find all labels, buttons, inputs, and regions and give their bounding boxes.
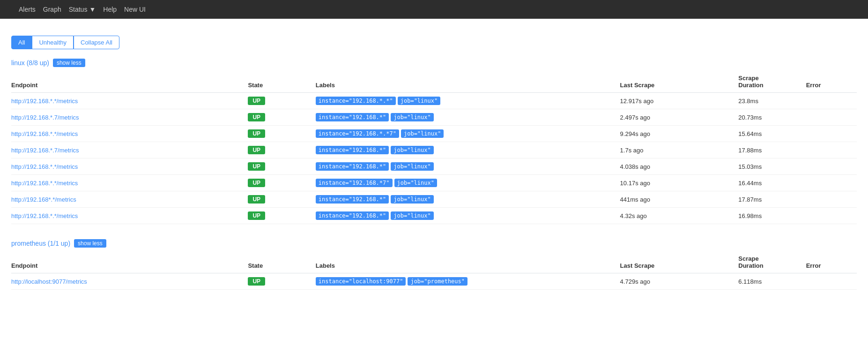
labels-cell: instance="192.168.*"job="linux" [316, 158, 620, 175]
state-cell: UP [248, 109, 315, 126]
navbar: Alerts Graph Status ▼ Help New UI [0, 0, 868, 19]
labels-container: instance="192.168.*.*"job="linux" [316, 97, 616, 105]
table-row: http://localhost:9077/metricsUPinstance=… [11, 273, 857, 290]
th-state-prometheus: State [248, 251, 315, 273]
th-last_scrape-prometheus: Last Scrape [620, 251, 739, 273]
nav-status[interactable]: Status ▼ [69, 6, 96, 13]
endpoint-link[interactable]: http://192.168.*.*/metrics [11, 180, 78, 187]
show-less-button-linux[interactable]: show less [53, 59, 85, 67]
state-cell: UP [248, 273, 315, 290]
nav-newui[interactable]: New UI [124, 6, 146, 13]
th-scrape_duration-prometheus: Scrape Duration [738, 251, 806, 273]
error-cell [806, 208, 857, 224]
state-badge: UP [248, 146, 265, 154]
th-last_scrape-linux: Last Scrape [620, 71, 739, 93]
endpoint-link[interactable]: http://192.168.*.*/metrics [11, 212, 78, 219]
group-title-linux: linux (8/8 up) [11, 59, 49, 67]
endpoint-link[interactable]: http://localhost:9077/metrics [11, 278, 87, 285]
last-scrape-cell: 4.038s ago [620, 158, 739, 175]
label-badge: job="linux" [401, 129, 444, 138]
endpoint-link[interactable]: http://192.168.*.7/metrics [11, 114, 79, 121]
state-badge: UP [248, 129, 265, 138]
state-cell: UP [248, 126, 315, 142]
state-cell: UP [248, 158, 315, 175]
endpoint-link[interactable]: http://192.168.*.*/metrics [11, 130, 78, 137]
table-row: http://192.168.*.7/metricsUPinstance="19… [11, 109, 857, 126]
scrape-duration-cell: 15.64ms [738, 126, 806, 142]
th-state-linux: State [248, 71, 315, 93]
table-row: http://192.168.*.*/metricsUPinstance="19… [11, 93, 857, 109]
labels-container: instance="localhost:9077"job="prometheus… [316, 277, 616, 286]
labels-container: instance="192.168.*"job="linux" [316, 195, 616, 204]
labels-cell: instance="192.168.*"job="linux" [316, 208, 620, 224]
state-cell: UP [248, 208, 315, 224]
last-scrape-cell: 4.729s ago [620, 273, 739, 290]
table-row: http://192.168.*.*/metricsUPinstance="19… [11, 158, 857, 175]
scrape-duration-cell: 16.44ms [738, 175, 806, 191]
labels-cell: instance="192.168.*"job="linux" [316, 142, 620, 158]
nav-help[interactable]: Help [103, 6, 117, 13]
scrape-duration-cell: 17.88ms [738, 142, 806, 158]
endpoint-link[interactable]: http://192.168.*.7/metrics [11, 147, 79, 154]
nav-graph[interactable]: Graph [43, 6, 61, 13]
last-scrape-cell: 441ms ago [620, 191, 739, 208]
label-badge: job="linux" [398, 97, 440, 105]
error-cell [806, 142, 857, 158]
filter-all-button[interactable]: All [11, 36, 32, 49]
labels-container: instance="192.168.*"job="linux" [316, 113, 616, 121]
labels-cell: instance="192.168.*7"job="linux" [316, 175, 620, 191]
th-error-prometheus: Error [806, 251, 857, 273]
label-badge: instance="192.168.*7" [316, 179, 393, 187]
target-table-linux: EndpointStateLabelsLast ScrapeScrape Dur… [11, 71, 857, 224]
endpoint-link[interactable]: http://192.168.*.*/metrics [11, 163, 78, 170]
last-scrape-cell: 9.294s ago [620, 126, 739, 142]
groups-container: linux (8/8 up)show lessEndpointStateLabe… [11, 59, 857, 290]
label-badge: job="linux" [394, 179, 437, 187]
last-scrape-cell: 12.917s ago [620, 93, 739, 109]
th-endpoint-prometheus: Endpoint [11, 251, 248, 273]
target-table-prometheus: EndpointStateLabelsLast ScrapeScrape Dur… [11, 251, 857, 290]
show-less-button-prometheus[interactable]: show less [74, 239, 106, 248]
label-badge: job="linux" [391, 195, 433, 204]
endpoint-cell: http://192.168.*.*/metrics [11, 126, 248, 142]
label-badge: job="linux" [391, 211, 433, 220]
th-error-linux: Error [806, 71, 857, 93]
nav-alerts[interactable]: Alerts [19, 6, 36, 13]
label-badge: job="prometheus" [408, 277, 467, 286]
filter-collapse-all-button[interactable]: Collapse All [74, 36, 119, 49]
labels-cell: instance="192.168.*.*"job="linux" [316, 93, 620, 109]
endpoint-link[interactable]: http://192.168*.*/metrics [11, 196, 76, 203]
table-row: http://192.168.*.*/metricsUPinstance="19… [11, 208, 857, 224]
page-content: All Unhealthy Collapse All linux (8/8 up… [0, 19, 868, 314]
th-scrape_duration-linux: Scrape Duration [738, 71, 806, 93]
th-labels-linux: Labels [316, 71, 620, 93]
filter-unhealthy-button[interactable]: Unhealthy [32, 36, 74, 49]
error-cell [806, 273, 857, 290]
table-row: http://192.168.*.7/metricsUPinstance="19… [11, 142, 857, 158]
error-cell [806, 191, 857, 208]
th-labels-prometheus: Labels [316, 251, 620, 273]
table-row: http://192.168.*.*/metricsUPinstance="19… [11, 175, 857, 191]
label-badge: instance="192.168.*" [316, 162, 389, 171]
scrape-duration-cell: 15.03ms [738, 158, 806, 175]
error-cell [806, 126, 857, 142]
labels-container: instance="192.168.*.*7"job="linux" [316, 129, 616, 138]
endpoint-cell: http://192.168.*.*/metrics [11, 158, 248, 175]
state-badge: UP [248, 195, 265, 204]
group-section-prometheus: prometheus (1/1 up)show lessEndpointStat… [11, 239, 857, 290]
state-badge: UP [248, 211, 265, 220]
state-cell: UP [248, 175, 315, 191]
labels-container: instance="192.168.*7"job="linux" [316, 179, 616, 187]
endpoint-cell: http://192.168.*.*/metrics [11, 175, 248, 191]
scrape-duration-cell: 16.98ms [738, 208, 806, 224]
error-cell [806, 175, 857, 191]
last-scrape-cell: 1.7s ago [620, 142, 739, 158]
endpoint-link[interactable]: http://192.168.*.*/metrics [11, 98, 78, 105]
last-scrape-cell: 2.497s ago [620, 109, 739, 126]
last-scrape-cell: 10.17s ago [620, 175, 739, 191]
state-badge: UP [248, 97, 265, 105]
scrape-duration-cell: 17.87ms [738, 191, 806, 208]
labels-container: instance="192.168.*"job="linux" [316, 211, 616, 220]
state-cell: UP [248, 142, 315, 158]
table-row: http://192.168.*.*/metricsUPinstance="19… [11, 126, 857, 142]
